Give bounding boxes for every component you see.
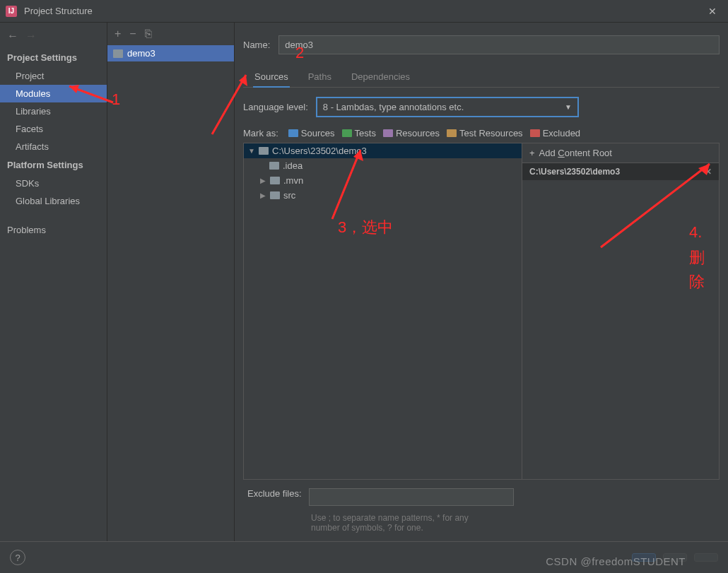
- sidebar-item-artifacts[interactable]: Artifacts: [0, 138, 107, 155]
- sidebar-item-libraries[interactable]: Libraries: [0, 102, 107, 120]
- watermark: CSDN @freedomSTUDENT: [546, 555, 686, 567]
- source-tree: ▼ C:\Users\23502\demo3 .idea ▶ .mvn ▶ sr…: [243, 143, 522, 480]
- language-level-select[interactable]: 8 - Lambdas, type annotations etc. ▼: [317, 98, 578, 117]
- tab-paths[interactable]: Paths: [307, 67, 333, 88]
- nav-arrows: ← →: [7, 30, 37, 42]
- window-title: Project Structure: [24, 6, 703, 16]
- tests-folder-icon: [342, 129, 352, 137]
- section-platform-settings: Platform Settings: [0, 155, 107, 175]
- content-root-item[interactable]: C:\Users\23502\demo3 ✕: [522, 163, 719, 180]
- sidebar-item-global-libraries[interactable]: Global Libraries: [0, 192, 107, 210]
- collapse-icon[interactable]: ▼: [248, 147, 255, 155]
- module-name: demo3: [127, 48, 155, 59]
- tree-item-src[interactable]: ▶ src: [244, 188, 522, 203]
- mark-resources-button[interactable]: Resources: [383, 128, 440, 138]
- exclude-files-label: Exclude files:: [247, 488, 302, 499]
- tab-dependencies[interactable]: Dependencies: [350, 67, 411, 88]
- module-tree-panel: + − ⎘ demo3: [107, 23, 235, 541]
- exclude-hint: Use ; to separate name patterns, * for a…: [243, 510, 476, 541]
- language-level-value: 8 - Lambdas, type annotations etc.: [323, 102, 464, 112]
- excluded-folder-icon: [530, 129, 540, 137]
- tree-root-label: C:\Users\23502\demo3: [272, 146, 367, 156]
- tabs: Sources Paths Dependencies: [243, 67, 720, 88]
- chevron-down-icon: ▼: [565, 103, 572, 111]
- language-level-label: Language level:: [243, 102, 308, 112]
- mark-excluded-button[interactable]: Excluded: [530, 128, 580, 138]
- mark-test-resources-button[interactable]: Test Resources: [447, 128, 523, 138]
- app-icon: IJ: [6, 6, 17, 17]
- folder-icon: [259, 147, 269, 155]
- module-item-demo3[interactable]: demo3: [107, 45, 234, 61]
- sources-folder-icon: [288, 129, 298, 137]
- resources-folder-icon: [383, 129, 393, 137]
- mark-as-label: Mark as:: [243, 128, 278, 138]
- expand-icon[interactable]: ▶: [259, 191, 266, 199]
- mark-sources-button[interactable]: Sources: [288, 128, 335, 138]
- add-content-root-button[interactable]: + Add Content Root: [522, 143, 719, 163]
- sidebar-item-sdks[interactable]: SDKs: [0, 175, 107, 192]
- content-root-path: C:\Users\23502\demo3: [529, 167, 620, 177]
- tree-item-idea[interactable]: .idea: [244, 158, 522, 173]
- add-module-icon[interactable]: +: [115, 28, 121, 40]
- sidebar-item-problems[interactable]: Problems: [0, 221, 107, 239]
- apply-button[interactable]: [694, 553, 718, 562]
- name-label: Name:: [243, 40, 270, 50]
- sidebar-item-facets[interactable]: Facets: [0, 120, 107, 138]
- forward-arrow-icon[interactable]: →: [25, 30, 37, 42]
- titlebar: IJ Project Structure ✕: [0, 0, 728, 23]
- module-toolbar: + − ⎘: [107, 23, 234, 45]
- tree-item-mvn[interactable]: ▶ .mvn: [244, 173, 522, 188]
- sidebar-item-modules[interactable]: Modules: [0, 85, 107, 102]
- close-icon[interactable]: ✕: [703, 3, 722, 20]
- exclude-files-input[interactable]: [309, 488, 514, 506]
- folder-icon: [270, 177, 280, 184]
- folder-icon: [113, 49, 123, 58]
- folder-icon: [270, 191, 280, 199]
- plus-icon: +: [529, 148, 535, 158]
- remove-module-icon[interactable]: −: [129, 28, 136, 40]
- content-roots-panel: + Add Content Root C:\Users\23502\demo3 …: [522, 143, 720, 480]
- content-panel: Name: Sources Paths Dependencies Languag…: [235, 23, 728, 541]
- mark-tests-button[interactable]: Tests: [342, 128, 376, 138]
- test-resources-folder-icon: [447, 129, 457, 137]
- sidebar-item-project[interactable]: Project: [0, 67, 107, 85]
- back-arrow-icon[interactable]: ←: [7, 30, 18, 42]
- remove-content-root-icon[interactable]: ✕: [705, 167, 712, 177]
- copy-module-icon[interactable]: ⎘: [145, 28, 152, 40]
- folder-icon: [269, 162, 279, 170]
- section-project-settings: Project Settings: [0, 48, 107, 67]
- tab-sources[interactable]: Sources: [253, 67, 290, 88]
- expand-icon[interactable]: ▶: [259, 177, 266, 184]
- tree-root[interactable]: ▼ C:\Users\23502\demo3: [244, 143, 522, 158]
- name-input[interactable]: [278, 35, 720, 54]
- left-sidebar: Project Settings Project Modules Librari…: [0, 23, 107, 541]
- help-icon[interactable]: ?: [10, 550, 25, 565]
